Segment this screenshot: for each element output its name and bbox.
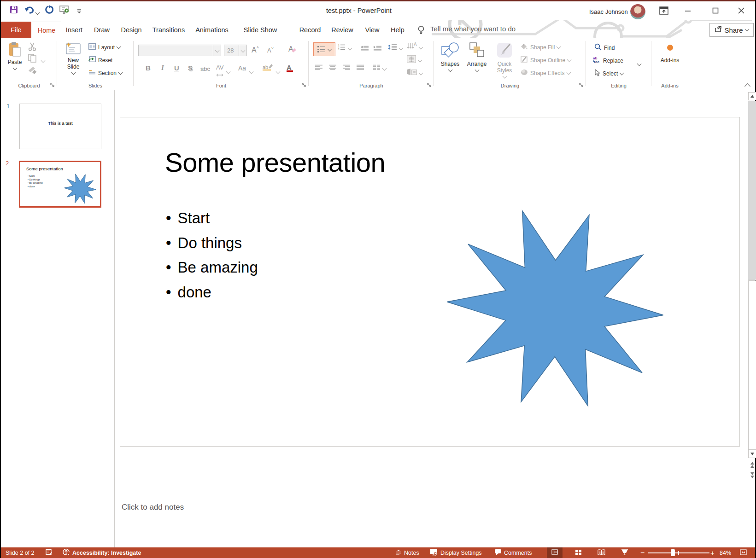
tab-animations[interactable]: Animations [193, 22, 231, 38]
spell-check-button[interactable] [46, 547, 53, 558]
zoom-in-button[interactable]: + [710, 547, 715, 558]
format-painter-button[interactable] [28, 66, 37, 76]
clear-formatting-button[interactable]: A [288, 45, 296, 53]
tab-help[interactable]: Help [387, 22, 408, 38]
scrollbar-up-button[interactable] [748, 92, 756, 100]
close-button[interactable] [731, 5, 751, 18]
bullets-button[interactable] [313, 42, 335, 56]
numbering-button[interactable]: 123 [338, 44, 352, 52]
view-normal-button[interactable] [547, 547, 563, 558]
columns-button[interactable] [373, 64, 386, 72]
strikethrough-button[interactable]: abc [200, 65, 210, 72]
account-user-name[interactable]: Isaac Johnson [589, 8, 628, 15]
zoom-slider-track[interactable] [648, 552, 709, 553]
replace-dropdown[interactable] [638, 59, 641, 67]
select-button[interactable]: Select [594, 69, 623, 78]
font-name-combobox[interactable] [138, 45, 221, 56]
tab-slide-show[interactable]: Slide Show [240, 22, 281, 38]
comments-button[interactable]: Comments [494, 547, 532, 558]
copy-dropdown[interactable] [41, 56, 45, 64]
thumbnail-2[interactable]: Some presentation Start Do things Be ama… [19, 161, 101, 208]
shapes-button[interactable]: Shapes [438, 42, 463, 71]
find-button[interactable]: Find [594, 43, 615, 52]
drawing-dialog-launcher[interactable] [579, 82, 584, 88]
font-dialog-launcher[interactable] [301, 82, 307, 88]
highlight-color-button[interactable]: ab [263, 64, 273, 71]
ribbon-display-options-button[interactable] [654, 5, 674, 18]
collapse-ribbon-button[interactable] [742, 82, 753, 90]
tell-me-search[interactable]: Tell me what you want to do [430, 25, 516, 33]
save-button[interactable] [8, 5, 19, 16]
shape-effects-button[interactable]: Shape Effects [521, 69, 570, 77]
section-button[interactable]: Section [88, 69, 122, 77]
paragraph-dialog-launcher[interactable] [427, 82, 432, 88]
change-case-dropdown[interactable] [250, 67, 253, 75]
star-shape[interactable] [120, 117, 739, 446]
undo-dropdown[interactable] [34, 7, 41, 18]
next-slide-button[interactable] [748, 471, 756, 480]
scrollbar-track[interactable] [748, 280, 756, 450]
accessibility-checker-button[interactable]: Accessibility: Investigate [62, 547, 141, 558]
tab-insert[interactable]: Insert [64, 22, 85, 38]
text-shadow-button[interactable]: S [188, 64, 193, 72]
new-slide-button[interactable]: New Slide [60, 42, 87, 74]
view-slide-sorter-button[interactable] [575, 547, 582, 558]
slide-counter[interactable]: Slide 2 of 2 [6, 547, 35, 558]
italic-button[interactable]: I [161, 64, 164, 72]
layout-button[interactable]: Layout [88, 43, 120, 51]
clipboard-dialog-launcher[interactable] [50, 82, 55, 88]
font-color-button[interactable]: A [287, 64, 293, 72]
undo-button[interactable] [24, 5, 35, 16]
font-name-dropdown[interactable] [213, 45, 221, 56]
customize-qat-button[interactable] [76, 6, 83, 17]
font-size-dropdown[interactable] [239, 45, 246, 56]
previous-slide-button[interactable] [748, 460, 756, 469]
tab-home[interactable]: Home [32, 22, 61, 38]
arrange-button[interactable]: Arrange [463, 42, 490, 71]
view-reading-button[interactable] [598, 547, 605, 558]
align-text-button[interactable] [407, 55, 422, 65]
fit-slide-button[interactable] [740, 547, 747, 558]
avatar[interactable] [630, 4, 645, 19]
thumbnail-1[interactable]: This is a test [19, 104, 101, 149]
align-left-button[interactable] [315, 64, 323, 72]
zoom-out-button[interactable]: − [640, 547, 645, 558]
decrease-font-size-button[interactable]: A˅ [267, 46, 274, 54]
bold-button[interactable]: B [146, 64, 151, 72]
slide-canvas[interactable]: Some presentation Start Do things Be ama… [120, 117, 740, 447]
maximize-button[interactable] [705, 5, 726, 18]
notes-placeholder[interactable]: Click to add notes [122, 503, 184, 512]
tab-review[interactable]: Review [329, 22, 355, 38]
paste-button[interactable]: Paste [5, 42, 25, 70]
shape-fill-button[interactable]: Shape Fill [521, 43, 560, 51]
start-slideshow-button[interactable] [59, 5, 70, 16]
quick-styles-button[interactable]: Quick Styles [491, 42, 518, 78]
scrollbar-thumb[interactable] [748, 101, 756, 280]
tab-draw[interactable]: Draw [92, 22, 112, 38]
character-spacing-dropdown[interactable] [227, 67, 230, 75]
notes-toggle-button[interactable]: Notes [395, 547, 419, 558]
change-case-button[interactable]: Aa [238, 64, 246, 72]
replace-button[interactable]: abac Replace [592, 56, 623, 65]
highlight-dropdown[interactable] [276, 67, 280, 75]
copy-button[interactable] [28, 53, 37, 64]
notes-pane[interactable]: Click to add notes [115, 497, 755, 547]
increase-font-size-button[interactable]: A˄ [252, 45, 259, 54]
decrease-indent-button[interactable] [360, 45, 369, 53]
align-center-button[interactable] [329, 64, 337, 72]
tab-view[interactable]: View [362, 22, 382, 38]
scrollbar-down-button[interactable] [748, 450, 756, 458]
text-direction-button[interactable]: A [407, 42, 422, 52]
zoom-level[interactable]: 84% [720, 547, 731, 558]
share-button[interactable]: Share [709, 23, 754, 37]
tab-file[interactable]: File [1, 22, 31, 38]
redo-button[interactable] [43, 5, 54, 16]
shape-outline-button[interactable]: Shape Outline [521, 56, 571, 64]
font-size-combobox[interactable]: 28 [224, 45, 247, 56]
justify-button[interactable] [357, 64, 364, 72]
align-right-button[interactable] [343, 64, 351, 72]
addins-button[interactable]: Add-ins [657, 45, 683, 64]
convert-smartart-button[interactable] [407, 68, 422, 77]
display-settings-button[interactable]: Display Settings [430, 547, 482, 558]
underline-button[interactable]: U [174, 64, 179, 72]
